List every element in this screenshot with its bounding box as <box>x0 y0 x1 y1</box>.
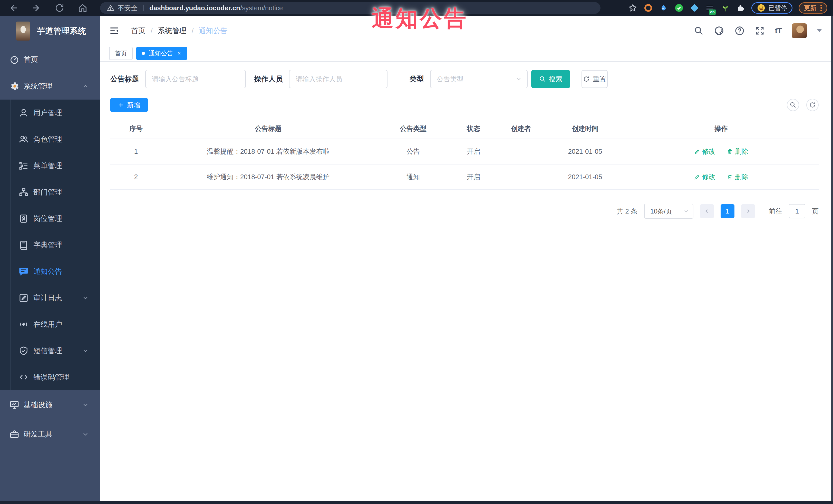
cell-title: 维护通知：2018-07-01 若依系统凌晨维护 <box>162 172 375 182</box>
page-size-select[interactable]: 10条/页 <box>644 204 693 219</box>
breadcrumb-home[interactable]: 首页 <box>131 26 145 36</box>
goto-page-input[interactable] <box>789 204 805 218</box>
tab-close-icon[interactable] <box>177 51 182 56</box>
extension-blue-gem-icon[interactable] <box>690 3 699 13</box>
reload-icon[interactable] <box>54 3 65 13</box>
table-row[interactable]: 2 维护通知：2018-07-01 若依系统凌晨维护 通知 开启 2021-01… <box>110 165 818 190</box>
sidebar-item-posts[interactable]: 岗位管理 <box>0 205 100 232</box>
sidebar-item-dev-tools[interactable]: 研发工具 <box>0 419 100 449</box>
page-number-1[interactable]: 1 <box>721 204 735 218</box>
chevron-down-icon <box>82 431 89 438</box>
delete-link[interactable]: 删除 <box>727 147 748 156</box>
sidebar-item-dicts[interactable]: 字典管理 <box>0 232 100 258</box>
browser-menu-icon[interactable] <box>820 5 822 11</box>
sidebar-item-home[interactable]: 首页 <box>0 46 100 73</box>
trash-icon <box>727 149 733 155</box>
collapse-sidebar-icon[interactable] <box>109 25 120 37</box>
toggle-search-button[interactable] <box>787 99 799 111</box>
extension-orange-ring-icon[interactable] <box>644 3 653 13</box>
type-select-placeholder: 公告类型 <box>437 75 515 83</box>
gear-icon <box>9 81 20 91</box>
pagination: 共 2 条 10条/页 1 前往 页 <box>110 204 818 219</box>
update-button[interactable]: 更新 <box>799 2 827 14</box>
search-icon[interactable] <box>694 26 704 36</box>
users-icon <box>19 134 29 144</box>
sidebar-item-users[interactable]: 用户管理 <box>0 100 100 126</box>
sidebar-item-menus[interactable]: 菜单管理 <box>0 152 100 179</box>
refresh-table-button[interactable] <box>806 99 818 111</box>
chevron-up-icon <box>82 82 89 90</box>
title-filter-input[interactable] <box>145 70 246 88</box>
breadcrumb-system[interactable]: 系统管理 <box>158 26 187 36</box>
edit-link[interactable]: 修改 <box>694 147 715 156</box>
next-page-button[interactable] <box>741 204 755 218</box>
tags-view-bar: 首页 通知公告 <box>100 46 833 62</box>
extension-proxy-icon[interactable]: on <box>705 3 714 13</box>
sidebar-item-label: 部门管理 <box>33 187 62 197</box>
delete-link[interactable]: 删除 <box>727 172 748 182</box>
table-tools <box>787 99 818 111</box>
header-actions: tT <box>694 23 822 38</box>
user-avatar[interactable] <box>792 23 807 38</box>
extension-sprout-icon[interactable] <box>721 3 730 13</box>
column-header: 状态 <box>452 124 495 133</box>
sidebar-item-notices[interactable]: 通知公告 <box>0 258 100 285</box>
window-scrollbar[interactable] <box>831 16 833 501</box>
breadcrumb-separator: / <box>192 27 194 35</box>
sidebar-item-infrastructure[interactable]: 基础设施 <box>0 390 100 419</box>
extension-blue-drop-icon[interactable] <box>659 3 668 13</box>
sidebar-item-system[interactable]: 系统管理 <box>0 73 100 100</box>
home-icon[interactable] <box>77 3 88 13</box>
log-edit-icon <box>19 293 29 303</box>
sidebar-logo[interactable]: 芋道管理系统 <box>0 16 100 46</box>
sidebar-item-label: 菜单管理 <box>33 161 62 171</box>
sidebar-item-label: 研发工具 <box>24 429 52 439</box>
sidebar-submenu-system: 用户管理 角色管理 菜单管理 部门管理 岗位管理 字典管理 <box>0 100 100 390</box>
help-icon[interactable] <box>735 26 745 36</box>
add-button[interactable]: 新增 <box>110 98 148 112</box>
sidebar-item-roles[interactable]: 角色管理 <box>0 126 100 152</box>
extension-on-badge: on <box>709 9 716 15</box>
sidebar-item-audit-logs[interactable]: 审计日志 <box>0 285 100 311</box>
cell-created: 2021-01-05 <box>547 173 624 181</box>
profile-chip[interactable]: 已暂停 <box>752 2 792 14</box>
user-icon <box>19 108 29 118</box>
edit-link[interactable]: 修改 <box>694 172 715 182</box>
tab-label: 首页 <box>115 49 127 57</box>
browser-toolbar-right: on 已暂停 更新 <box>628 0 827 16</box>
reset-button[interactable]: 重置 <box>581 70 608 88</box>
extension-green-circle-icon[interactable] <box>674 3 684 13</box>
sidebar-item-sms[interactable]: 短信管理 <box>0 337 100 364</box>
table-row[interactable]: 1 温馨提醒：2018-07-01 若依新版本发布啦 公告 开启 2021-01… <box>110 139 818 165</box>
message-bubble-icon <box>19 266 29 277</box>
operator-filter-input[interactable] <box>289 70 387 88</box>
goto-label: 前往 <box>769 207 782 216</box>
breadcrumb-separator: / <box>151 27 153 35</box>
sidebar-item-error-codes[interactable]: 错误码管理 <box>0 364 100 390</box>
forward-icon[interactable] <box>31 3 42 13</box>
avatar-caret-icon[interactable] <box>817 29 822 34</box>
font-size-icon[interactable]: tT <box>775 26 782 35</box>
type-filter-select[interactable]: 公告类型 <box>430 70 528 88</box>
url-bar[interactable]: 不安全 dashboard.yudao.iocoder.cn/system/no… <box>100 2 600 14</box>
bookmark-star-icon[interactable] <box>628 3 638 13</box>
sidebar-item-online-users[interactable]: 在线用户 <box>0 311 100 337</box>
update-button-label: 更新 <box>804 4 816 12</box>
chevron-down-icon <box>82 401 89 409</box>
fullscreen-icon[interactable] <box>755 26 765 36</box>
cell-status: 开启 <box>452 147 495 156</box>
github-icon[interactable] <box>714 26 724 36</box>
table-toolbar: 新增 <box>110 98 818 112</box>
sidebar-item-departments[interactable]: 部门管理 <box>0 179 100 205</box>
operator-filter-label: 操作人员 <box>254 74 283 84</box>
extensions-puzzle-icon[interactable] <box>736 3 745 13</box>
tab-home[interactable]: 首页 <box>109 47 133 60</box>
url-host: dashboard.yudao.iocoder.cn <box>149 4 240 12</box>
trash-icon <box>727 174 733 180</box>
back-icon[interactable] <box>8 3 19 13</box>
prev-page-button[interactable] <box>700 204 714 218</box>
menu-list-icon <box>19 161 29 171</box>
search-button[interactable]: 搜索 <box>531 70 570 88</box>
tab-notices[interactable]: 通知公告 <box>136 47 187 60</box>
cell-status: 开启 <box>452 172 495 182</box>
